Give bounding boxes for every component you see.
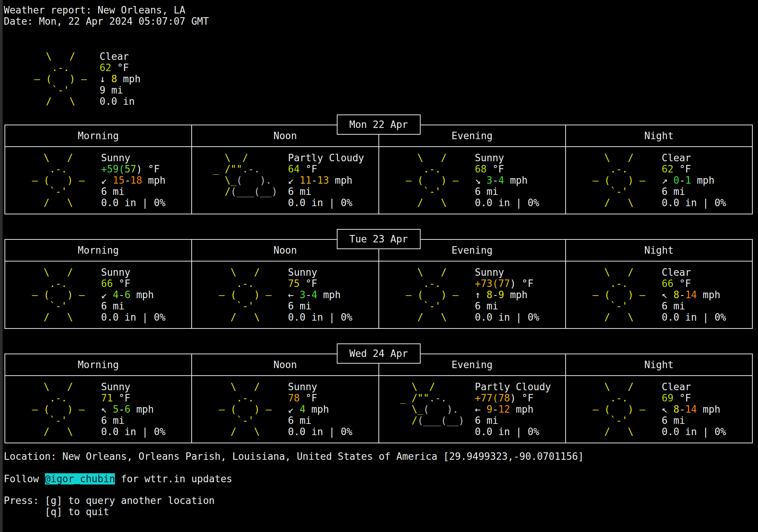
visibility-value: 6 mi [101, 300, 191, 312]
forecast-days: Mon 22 AprMorningNoonEveningNight \ / .-… [4, 125, 754, 443]
date-badge: Tue 23 Apr [337, 229, 421, 249]
forecast-table: MorningNoonEveningNight \ / .-. ― ( ) ― … [4, 239, 753, 329]
sun-ascii-icon: \ / .-. ― ( ) ― `-' / \ [566, 267, 662, 323]
column-header-morning: Morning [5, 125, 192, 146]
wind-value: ↖ 8-14 mph [662, 404, 752, 415]
forecast-cell-noon: \ / _ /"".-. \_( ). /(___(__)Partly Clou… [192, 147, 379, 214]
twitter-handle[interactable]: @igor_chubin [45, 473, 115, 484]
temperature-value: 62 °F [662, 163, 752, 175]
wind-value: ↑ 8-9 mph [475, 289, 565, 300]
wind-value: ↓ 8 mph [100, 73, 758, 85]
follow-suffix: for wttr.in updates [115, 473, 232, 484]
sun-ascii-icon: \ / .-. ― ( ) ― `-' / \ [5, 381, 101, 437]
condition-text: Sunny [475, 152, 565, 163]
precipitation-value: 0.0 in | 0% [288, 197, 378, 208]
forecast-cell-evening: \ / .-. ― ( ) ― `-' / \Sunny+73(77) °F↑ … [379, 262, 566, 328]
wind-value: ↙ 11-13 mph [288, 175, 378, 186]
visibility-value: 6 mi [288, 300, 378, 312]
forecast-day: Mon 22 AprMorningNoonEveningNight \ / .-… [4, 125, 753, 214]
current-conditions: \ / .-. ― ( ) ― `-' / \Clear62 °F↓ 8 mph… [4, 51, 758, 107]
forecast-cell-morning: \ / .-. ― ( ) ― `-' / \Sunny66 °F↙ 4-6 m… [5, 262, 192, 328]
visibility-value: 6 mi [101, 186, 191, 197]
sun-ascii-icon: \ / .-. ― ( ) ― `-' / \ [4, 51, 100, 107]
precipitation-value: 0.0 in | 0% [475, 426, 565, 437]
precipitation-value: 0.0 in | 0% [288, 426, 378, 437]
precipitation-value: 0.0 in | 0% [101, 197, 191, 208]
precipitation-value: 0.0 in | 0% [288, 312, 378, 323]
forecast-day: Tue 23 AprMorningNoonEveningNight \ / .-… [4, 239, 753, 329]
visibility-value: 6 mi [662, 300, 752, 312]
visibility-value: 6 mi [288, 186, 378, 197]
temperature-value: 78 °F [288, 392, 378, 404]
condition-text: Partly Cloudy [475, 381, 565, 392]
condition-text: Clear [100, 51, 758, 62]
temperature-value: 71 °F [101, 392, 191, 404]
wind-value: ↖ 5-6 mph [101, 404, 191, 415]
weather-report: Weather report: New Orleans, LA Date: Mo… [4, 4, 758, 517]
wind-value: ← 3-4 mph [288, 289, 378, 300]
condition-text: Sunny [288, 381, 378, 392]
sun-ascii-icon: \ / .-. ― ( ) ― `-' / \ [379, 267, 475, 323]
wind-value: ↖ 8-14 mph [662, 289, 752, 300]
visibility-value: 6 mi [288, 415, 378, 426]
sun-ascii-icon: \ / .-. ― ( ) ― `-' / \ [192, 267, 288, 323]
column-header-morning: Morning [5, 354, 192, 375]
condition-text: Sunny [475, 267, 565, 278]
report-title: Weather report: New Orleans, LA [4, 4, 758, 16]
temperature-value: 64 °F [288, 163, 378, 175]
visibility-value: 6 mi [101, 415, 191, 426]
press-query-option: Press: [g] to query another location [4, 495, 758, 506]
condition-text: Partly Cloudy [288, 152, 378, 163]
temperature-value: +77(78) °F [475, 392, 565, 404]
temperature-value: +59(57) °F [101, 163, 191, 175]
temperature-value: +73(77) °F [475, 278, 565, 289]
precipitation-value: 0.0 in | 0% [662, 197, 752, 208]
sun-ascii-icon: \ / .-. ― ( ) ― `-' / \ [192, 381, 288, 437]
temperature-value: 66 °F [101, 278, 191, 289]
condition-text: Sunny [288, 267, 378, 278]
condition-text: Sunny [101, 152, 191, 163]
forecast-cell-night: \ / .-. ― ( ) ― `-' / \Clear69 °F↖ 8-14 … [566, 376, 752, 443]
wind-value: ↘ 3-4 mph [475, 175, 565, 186]
terminal-screen[interactable]: Weather report: New Orleans, LA Date: Mo… [0, 0, 758, 532]
wind-value: ↙ 4-6 mph [101, 289, 191, 300]
forecast-table: MorningNoonEveningNight \ / .-. ― ( ) ― … [4, 354, 753, 443]
column-header-night: Night [566, 125, 752, 146]
temperature-value: 66 °F [662, 278, 752, 289]
forecast-cell-morning: \ / .-. ― ( ) ― `-' / \Sunny+59(57) °F↙ … [5, 147, 192, 214]
forecast-cell-noon: \ / .-. ― ( ) ― `-' / \Sunny78 °F↙ 4 mph… [192, 376, 379, 443]
forecast-cell-evening: \ / .-. ― ( ) ― `-' / \Sunny68 °F↘ 3-4 m… [379, 147, 566, 214]
precipitation-value: 0.0 in [100, 96, 758, 107]
precipitation-value: 0.0 in | 0% [101, 426, 191, 437]
precipitation-value: 0.0 in | 0% [475, 312, 565, 323]
temperature-value: 62 °F [100, 62, 758, 73]
sun-ascii-icon: \ / .-. ― ( ) ― `-' / \ [379, 152, 475, 208]
sun-ascii-icon: \ / .-. ― ( ) ― `-' / \ [5, 152, 101, 208]
date-badge: Wed 24 Apr [337, 343, 421, 364]
press-instructions: Press: [g] to query another location [q]… [4, 495, 758, 517]
forecast-cell-evening: \ / _ /"".-. \_( ). /(___(__)Partly Clou… [379, 376, 566, 443]
sun-behind-cloud-ascii-icon: \ / _ /"".-. \_( ). /(___(__) [192, 152, 288, 208]
condition-text: Clear [662, 152, 752, 163]
forecast-cell-night: \ / .-. ― ( ) ― `-' / \Clear62 °F↗ 0-1 m… [566, 147, 752, 214]
wind-value: ↗ 0-1 mph [662, 175, 752, 186]
forecast-cell-night: \ / .-. ― ( ) ― `-' / \Clear66 °F↖ 8-14 … [566, 262, 752, 328]
precipitation-value: 0.0 in | 0% [101, 312, 191, 323]
wind-value: ↙ 4 mph [288, 404, 378, 415]
location-line: Location: New Orleans, Orleans Parish, L… [4, 451, 758, 462]
visibility-value: 6 mi [662, 415, 752, 426]
visibility-value: 6 mi [475, 300, 565, 312]
condition-text: Sunny [101, 381, 191, 392]
sun-ascii-icon: \ / .-. ― ( ) ― `-' / \ [566, 152, 662, 208]
column-header-morning: Morning [5, 240, 192, 261]
condition-text: Clear [662, 267, 752, 278]
visibility-value: 9 mi [100, 85, 758, 96]
terminal-left-edge [0, 0, 3, 532]
forecast-cell-morning: \ / .-. ― ( ) ― `-' / \Sunny71 °F↖ 5-6 m… [5, 376, 192, 443]
follow-prefix: Follow [4, 473, 45, 484]
press-quit-option: [q] to quit [4, 506, 758, 517]
visibility-value: 6 mi [662, 186, 752, 197]
report-date: Date: Mon, 22 Apr 2024 05:07:07 GMT [4, 16, 758, 27]
condition-text: Clear [662, 381, 752, 392]
follow-line: Follow @igor_chubin for wttr.in updates [4, 473, 758, 484]
